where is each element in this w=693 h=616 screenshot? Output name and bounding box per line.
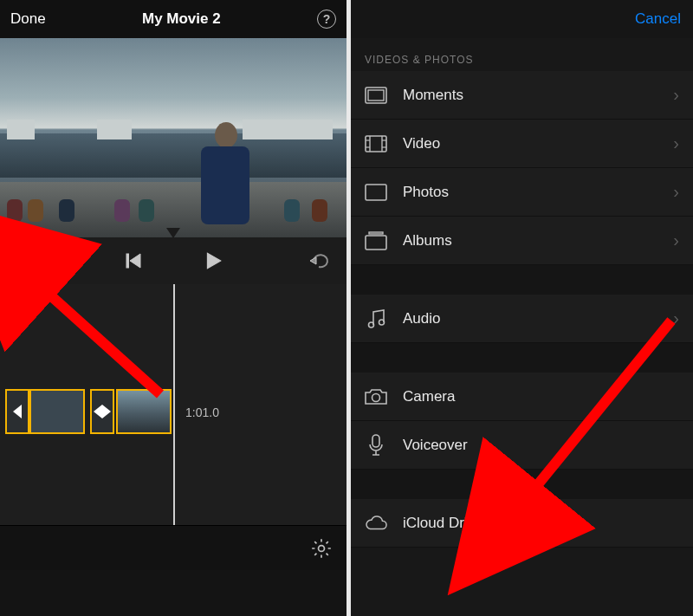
clip-handle-icon	[94, 405, 102, 418]
preview-image-building	[97, 120, 132, 139]
row-voiceover[interactable]: Voiceover	[351, 421, 693, 470]
svg-rect-7	[366, 136, 386, 152]
chevron-right-icon: ›	[673, 230, 679, 250]
editor-footer	[0, 525, 346, 570]
chevron-right-icon: ›	[673, 85, 679, 105]
chevron-right-icon: ›	[673, 133, 679, 153]
chevron-right-icon: ›	[673, 308, 679, 328]
svg-point-4	[319, 545, 325, 551]
playhead-marker-icon	[166, 228, 180, 237]
capture-list: Camera Voiceover	[351, 373, 693, 470]
svg-rect-20	[372, 435, 379, 447]
row-audio[interactable]: Audio ›	[351, 295, 693, 343]
timeline-clip[interactable]	[29, 389, 85, 434]
svg-rect-14	[366, 185, 386, 200]
moments-icon	[365, 86, 387, 105]
photos-icon	[365, 183, 387, 202]
row-label: Camera	[403, 388, 679, 405]
help-icon: ?	[323, 12, 331, 26]
clip-handle-icon	[102, 405, 111, 418]
timecode-label: 1:01.0	[185, 405, 219, 419]
camera-icon	[365, 387, 387, 406]
svg-rect-15	[369, 232, 383, 234]
row-albums[interactable]: Albums ›	[351, 217, 693, 265]
play-button[interactable]	[199, 247, 227, 275]
skip-start-button[interactable]	[120, 247, 147, 275]
skip-start-icon	[125, 252, 142, 269]
help-button[interactable]: ?	[317, 10, 336, 29]
row-photos[interactable]: Photos ›	[351, 168, 693, 217]
cloud-icon	[365, 514, 387, 533]
clip-handle-icon	[13, 405, 22, 418]
timeline-clip[interactable]	[5, 389, 29, 434]
cloud-list: iCloud Drive	[351, 499, 693, 548]
row-label: Photos	[403, 184, 657, 201]
preview-image-person	[201, 122, 251, 235]
albums-icon	[365, 231, 387, 250]
gear-icon	[310, 537, 333, 560]
row-icloud-drive[interactable]: iCloud Drive	[351, 499, 693, 548]
svg-rect-6	[368, 90, 384, 101]
timeline-clip[interactable]	[90, 389, 114, 434]
browser-header: Cancel	[351, 0, 693, 38]
row-label: Audio	[403, 310, 657, 327]
row-label: Video	[403, 135, 657, 152]
preview-viewer[interactable]	[0, 38, 346, 237]
preview-image-building	[7, 120, 35, 139]
undo-icon	[310, 252, 331, 269]
row-label: Albums	[403, 232, 657, 250]
row-moments[interactable]: Moments ›	[351, 71, 693, 120]
audio-list: Audio ›	[351, 295, 693, 343]
project-title: My Movie 2	[142, 10, 221, 28]
timeline[interactable]: 1:01.0	[0, 284, 346, 570]
row-label: Moments	[403, 87, 657, 104]
editor-header: Done My Movie 2 ?	[0, 0, 346, 38]
transport-bar: +	[0, 237, 346, 284]
timeline-clip[interactable]	[116, 389, 172, 434]
section-title-media: VIDEOS & PHOTOS	[351, 38, 693, 71]
svg-rect-16	[366, 236, 386, 250]
chevron-right-icon: ›	[673, 182, 679, 202]
row-camera[interactable]: Camera	[351, 373, 693, 421]
imovie-editor-panel: Done My Movie 2 ? +	[0, 0, 346, 616]
cancel-button[interactable]: Cancel	[635, 10, 681, 28]
microphone-icon	[365, 436, 387, 455]
svg-marker-3	[310, 257, 316, 264]
media-list: Moments › Video › Photos › Albums ›	[351, 71, 693, 265]
svg-marker-1	[130, 254, 140, 268]
settings-button[interactable]	[310, 537, 333, 560]
add-media-button[interactable]: +	[12, 247, 40, 275]
preview-image-sea	[0, 133, 346, 178]
play-icon	[204, 251, 223, 270]
row-label: iCloud Drive	[403, 515, 679, 532]
row-video[interactable]: Video ›	[351, 120, 693, 168]
svg-point-19	[372, 393, 380, 401]
svg-rect-0	[126, 254, 129, 268]
media-browser-panel: Cancel VIDEOS & PHOTOS Moments › Video ›…	[351, 0, 693, 616]
preview-image-building	[243, 120, 333, 139]
row-label: Voiceover	[403, 437, 679, 454]
svg-marker-2	[207, 253, 220, 269]
audio-icon	[365, 309, 387, 328]
video-icon	[365, 134, 387, 153]
done-button[interactable]: Done	[10, 10, 46, 28]
undo-button[interactable]	[307, 247, 334, 275]
